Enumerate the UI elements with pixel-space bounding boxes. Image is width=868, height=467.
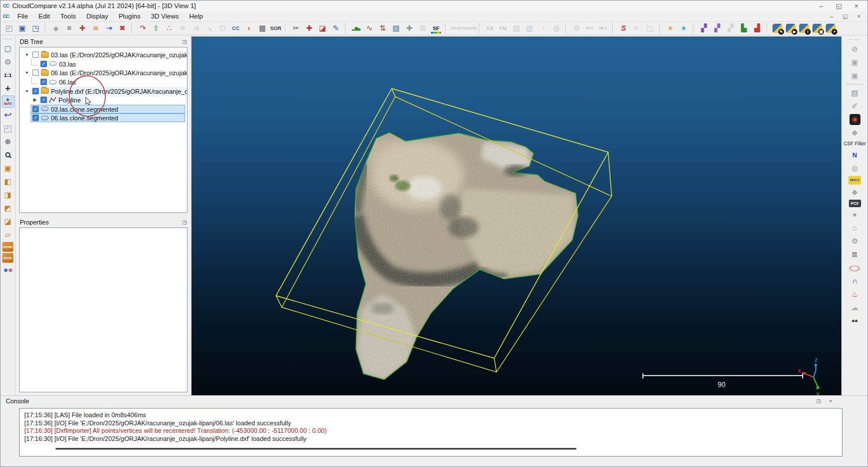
- right-toolbar-gears[interactable]: ⚙: [848, 236, 862, 247]
- right-toolbar-plugin-disabled[interactable]: ⊘: [848, 43, 862, 55]
- float-panel-icon[interactable]: ◳: [816, 398, 821, 404]
- toolbar-normals-nc[interactable]: N+C: [584, 23, 596, 34]
- toolbar-sensors[interactable]: ⇉: [190, 23, 202, 34]
- left-toolbar-zoom-1-1[interactable]: 1:1: [2, 69, 14, 81]
- toolbar-python-run[interactable]: ▶: [786, 24, 796, 33]
- toolbar-kd-tree[interactable]: Kd: [484, 23, 496, 34]
- left-toolbar-view-right[interactable]: ◪: [2, 215, 14, 227]
- left-toolbar-pivot-auto[interactable]: +auto: [2, 95, 14, 108]
- toolbar-gtools-trace[interactable]: ∗: [664, 23, 676, 34]
- expander-open-icon[interactable]: ▼: [23, 53, 31, 57]
- toolbar-open[interactable]: ◰: [3, 23, 15, 34]
- expander-open-icon[interactable]: ▼: [23, 89, 31, 93]
- right-toolbar-clamp-magnet[interactable]: ∩: [848, 275, 862, 287]
- tree-row[interactable]: ▶✓Polyline: [20, 95, 187, 105]
- left-toolbar-display-options[interactable]: ▢: [2, 42, 14, 54]
- restore-icon[interactable]: ◱: [836, 1, 841, 11]
- toolbar-sf-add[interactable]: ✚: [403, 23, 415, 34]
- right-toolbar-layers-stack[interactable]: ≣: [848, 249, 862, 260]
- right-toolbar-hough-ellipse[interactable]: ◯: [848, 264, 862, 271]
- toolbar-sor-filter[interactable]: SOR: [270, 23, 282, 34]
- mdi-restore-icon[interactable]: ◱: [843, 13, 848, 20]
- toolbar-python-info[interactable]: i: [799, 24, 809, 33]
- toolbar-canupo-classify[interactable]: Classify: [464, 23, 476, 34]
- close-icon[interactable]: ×: [855, 1, 858, 11]
- toolbar-show-histogram[interactable]: ▂▆▄: [350, 23, 362, 34]
- toolbar-fit-scalar-field[interactable]: ≋: [90, 23, 102, 34]
- toolbar-sphere-partition[interactable]: ◔: [537, 23, 549, 34]
- toolbar-masc-classify[interactable]: ▞: [711, 23, 723, 34]
- visibility-checkbox[interactable]: ✓: [41, 79, 47, 85]
- menu-file[interactable]: File: [12, 12, 34, 20]
- menu-display[interactable]: Display: [81, 12, 113, 20]
- right-toolbar-shield-1[interactable]: ◆: [848, 127, 862, 138]
- toolbar-drag-handle[interactable]: [850, 39, 859, 40]
- left-toolbar-view-top[interactable]: ▣: [2, 162, 14, 174]
- toolbar-masc-k[interactable]: ▟: [751, 23, 763, 34]
- toolbar-segment[interactable]: ✂: [290, 23, 302, 34]
- toolbar-globe-projection[interactable]: ◍: [550, 23, 562, 34]
- toolbar-rasterize[interactable]: ⊡: [216, 23, 229, 34]
- right-toolbar-treeiso[interactable]: ♣♣: [848, 315, 862, 327]
- mdi-close-icon[interactable]: ×: [857, 13, 860, 20]
- toolbar-point-picking[interactable]: ✚: [303, 23, 315, 34]
- toolbar-translate-rotate[interactable]: ⇧: [150, 23, 162, 34]
- toolbar-facets-export[interactable]: ▤: [510, 23, 523, 34]
- toolbar-spline-sample[interactable]: S·: [631, 23, 643, 34]
- expander-closed-icon[interactable]: ▶: [31, 97, 39, 102]
- tree-row[interactable]: ▼✓Polyline.dxf (E:/Dron/2025/gORJAK/racu…: [20, 86, 187, 95]
- toolbar-python-packages[interactable]: ▦: [812, 24, 822, 33]
- toolbar-save[interactable]: ▣: [16, 23, 28, 34]
- right-toolbar-hdr[interactable]: ◍: [848, 163, 862, 174]
- left-toolbar-view-front[interactable]: ◧: [2, 175, 14, 187]
- toolbar-clone[interactable]: ⇥: [103, 23, 115, 34]
- toolbar-csv-export[interactable]: ▥: [524, 23, 536, 34]
- toolbar-plugin-settings[interactable]: ⚙: [571, 23, 583, 34]
- menu-3d-views[interactable]: 3D Views: [146, 12, 184, 20]
- left-toolbar-screenshot[interactable]: ⊙: [2, 56, 14, 68]
- toolbar-sf-color-scale[interactable]: ▤: [390, 23, 402, 34]
- horizontal-scrollbar[interactable]: [56, 448, 576, 450]
- right-toolbar-render-film[interactable]: ▣: [848, 57, 862, 68]
- toolbar-cross-section[interactable]: ◪: [317, 23, 329, 34]
- menu-edit[interactable]: Edit: [34, 12, 56, 20]
- left-toolbar-view-back[interactable]: ◩: [2, 202, 14, 214]
- toolbar-drag-handle[interactable]: [3, 39, 13, 39]
- left-toolbar-previous-view[interactable]: ↩: [2, 109, 14, 121]
- close-panel-icon[interactable]: ×: [829, 398, 832, 404]
- toolbar-compute-stat-params[interactable]: ∿: [363, 23, 376, 34]
- tree-row[interactable]: ✓06.las.clone.segmented: [20, 113, 187, 123]
- toolbar-filter-by-value[interactable]: ⇅: [377, 23, 389, 34]
- toolbar-primitive-factory[interactable]: ◗: [243, 23, 255, 34]
- float-panel-icon[interactable]: ◳: [182, 219, 187, 226]
- mdi-minimize-icon[interactable]: –: [830, 13, 833, 20]
- right-toolbar-animation[interactable]: ▤: [848, 87, 862, 99]
- right-toolbar-fire-burn[interactable]: ♨: [848, 289, 862, 300]
- toolbar-canupo-create[interactable]: Create: [450, 23, 462, 34]
- toolbar-sf-arithmetic[interactable]: SF: [430, 23, 442, 34]
- left-toolbar-stereo-mode[interactable]: [2, 264, 14, 276]
- right-toolbar-render-film-2[interactable]: ▣: [848, 70, 862, 82]
- left-toolbar-view-front-iso[interactable]: FRONT: [2, 242, 13, 252]
- toolbar-python-repl[interactable]: »: [826, 24, 836, 33]
- right-toolbar-rdb-import[interactable]: ⌂: [848, 222, 862, 234]
- toolbar-toggle-properties[interactable]: ≡: [63, 23, 75, 34]
- left-toolbar-view-bottom[interactable]: ▱: [2, 229, 14, 241]
- tree-row[interactable]: ▼03.las (E:/Dron/2025/gORJAK/racunanje_o…: [20, 50, 187, 60]
- minimize-icon[interactable]: –: [819, 1, 823, 11]
- toolbar-compute-octree[interactable]: ❄: [176, 23, 189, 34]
- visibility-checkbox[interactable]: ✓: [32, 106, 39, 112]
- toolbar-trace-polyline[interactable]: ✎: [330, 23, 342, 34]
- toolbar-gtools-classify[interactable]: ∗: [678, 23, 690, 34]
- toolbar-interactive-rotation[interactable]: ↷: [137, 23, 149, 34]
- menu-tools[interactable]: Tools: [55, 12, 81, 20]
- toolbar-project-cloud[interactable]: ↘: [203, 23, 215, 34]
- toolbar-apply-transformation[interactable]: ✚: [76, 23, 89, 34]
- toolbar-mesh-boolean[interactable]: ◫: [644, 23, 656, 34]
- toolbar-delete[interactable]: ✖: [116, 23, 128, 34]
- tree-row[interactable]: ✓03.las.clone.segmented: [20, 105, 187, 114]
- right-toolbar-normals-tool[interactable]: N: [848, 149, 862, 161]
- toolbar-mls-smoothing[interactable]: MLS: [597, 23, 609, 34]
- mdi-child-icon[interactable]: CC: [3, 13, 9, 19]
- toolbar-python-editor[interactable]: ✎: [773, 24, 782, 33]
